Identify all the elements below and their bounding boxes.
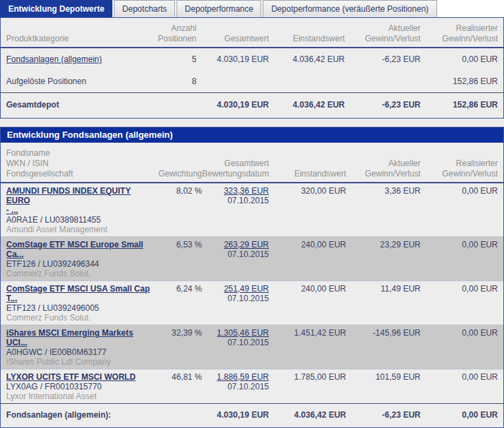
- header-line: Bewertungsdatum: [202, 169, 269, 179]
- fund-wkn-isin: A0HGWC / IE00B0M63177: [6, 347, 151, 357]
- fund-value: 1.886,59 EUR: [202, 372, 269, 382]
- value-cell: 1.305,46 EUR 07.10.2015: [202, 325, 269, 369]
- fund-name-line2: UCI...: [6, 338, 151, 347]
- summary-row-fondsanlagen: Fondsanlagen (allgemein) 5 4.030,19 EUR …: [1, 48, 503, 70]
- depot-summary-panel: Produktkategorie Anzahl Positionen Gesam…: [0, 17, 504, 119]
- summary-header-row: Produktkategorie Anzahl Positionen Gesam…: [1, 18, 503, 48]
- value-cell: 263,29 EUR 07.10.2015: [202, 237, 269, 281]
- cost-cell: 4.036,42 EUR: [269, 404, 346, 428]
- fund-name-link[interactable]: LYXOR UCITS ETF MSCI WORLD: [6, 372, 136, 382]
- fund-name-line2: - ...: [6, 205, 151, 215]
- header-line: Aktueller: [345, 23, 421, 34]
- funds-panel: Entwicklung Fondsanlagen (allgemein) Fon…: [0, 127, 504, 428]
- fund-value: 263,29 EUR: [202, 240, 269, 249]
- col-einstandswert: Einstandswert: [269, 18, 345, 48]
- tab-entwicklung-depotwerte[interactable]: Entwicklung Depotwerte: [0, 0, 112, 17]
- fund-name-link[interactable]: - ...: [6, 205, 18, 215]
- realized-cell: 0,00 EUR: [421, 369, 503, 404]
- value-cell: 1.886,59 EUR 07.10.2015: [202, 369, 269, 404]
- tab-depotperformance[interactable]: Depotperformance: [177, 0, 261, 17]
- fund-value-link[interactable]: 323,36 EUR: [224, 186, 269, 196]
- cost-cell: 240,00 EUR: [269, 237, 346, 281]
- tab-bar: Entwicklung Depotwerte Depotcharts Depot…: [0, 0, 504, 17]
- fund-row-comstage-usa: ComStage ETF MSCI USA Small Cap T... ETF…: [1, 281, 503, 325]
- fund-name-link[interactable]: AMUNDI FUNDS INDEX EQUITY EURO: [6, 186, 131, 205]
- funds-section-title: Entwicklung Fondsanlagen (allgemein): [1, 128, 503, 143]
- fund-wkn-isin: A0RA1E / LU0389811455: [6, 215, 151, 225]
- value-cell: 323,36 EUR 07.10.2015: [202, 183, 269, 237]
- col-aktueller-gewinn-verlust: Aktueller Gewinn/Verlust: [345, 18, 421, 48]
- funds-footer-label: Fondsanlagen (allgemein):: [1, 404, 151, 428]
- gain-cell: 101,59 EUR: [346, 369, 421, 404]
- fund-row-ishares-em: iShares MSCI Emerging Markets UCI... A0H…: [1, 325, 503, 369]
- weight-cell: 8,02 %: [151, 183, 202, 237]
- tab-depotperformance-veraeusserte[interactable]: Depotperformance (veräußerte Positionen): [263, 0, 436, 17]
- gain-cell: -6,23 EUR: [346, 404, 421, 428]
- funds-footer-row: Fondsanlagen (allgemein): 4.030,19 EUR 4…: [1, 404, 503, 428]
- fund-name-link[interactable]: ComStage ETF MSCI USA Small Cap: [6, 284, 150, 294]
- weight-cell: [151, 404, 202, 428]
- realized-cell: 0,00 EUR: [421, 404, 503, 428]
- realized-cell: 152,86 EUR: [421, 93, 503, 119]
- gain-cell: -145,96 EUR: [346, 325, 421, 369]
- total-cell: 4.030,19 EUR: [196, 93, 269, 119]
- fund-name: iShares MSCI Emerging Markets: [6, 328, 151, 338]
- header-line: Positionen: [144, 34, 196, 44]
- fund-value-link[interactable]: 1.886,59 EUR: [217, 372, 269, 382]
- fund-name-link[interactable]: iShares MSCI Emerging Markets: [6, 328, 133, 338]
- fund-company: Amundi Asset Management: [6, 225, 151, 234]
- fund-name-link[interactable]: Ca...: [6, 249, 23, 259]
- summary-total-row: Gesamtdepot 4.030,19 EUR 4.036,42 EUR -6…: [1, 93, 503, 119]
- fund-company: iShares Public Ldt Company: [6, 357, 151, 367]
- fund-name-line2: T...: [6, 294, 151, 303]
- header-line: Fondsname: [6, 148, 151, 159]
- fund-name-cell: ComStage ETF MSCI USA Small Cap T... ETF…: [1, 281, 151, 325]
- fondsanlagen-link[interactable]: Fondsanlagen (allgemein): [6, 54, 102, 64]
- depot-summary-table: Produktkategorie Anzahl Positionen Gesam…: [1, 18, 503, 118]
- weight-cell: 46,81 %: [151, 369, 202, 404]
- gain-cell: 23,29 EUR: [346, 237, 421, 281]
- cost-cell: 4.036,42 EUR: [269, 48, 345, 70]
- value-cell: 251,49 EUR 07.10.2015: [202, 281, 269, 325]
- header-line: Gewinn/Verlust: [421, 34, 498, 44]
- col-gesamtwert: Gesamtwert: [196, 18, 269, 48]
- funds-header-row: Fondsname WKN / ISIN Fondsgesellschaft G…: [1, 143, 503, 183]
- col-produktkategorie: Produktkategorie: [1, 18, 144, 48]
- gain-cell: -6,23 EUR: [345, 93, 421, 119]
- fund-value-link[interactable]: 251,49 EUR: [224, 284, 269, 294]
- cost-cell: 1.451,42 EUR: [269, 325, 346, 369]
- fund-name-link[interactable]: T...: [6, 294, 17, 303]
- header-line: Gesamtwert: [202, 159, 269, 169]
- category-cell: Fondsanlagen (allgemein): [1, 48, 144, 70]
- header-line: Gewinn/Verlust: [346, 169, 421, 179]
- header-line: Aktueller: [346, 159, 421, 169]
- fund-name: ComStage ETF MSCI Europe Small: [6, 240, 151, 249]
- realized-cell: 0,00 EUR: [421, 325, 503, 369]
- fund-name-line2: Ca...: [6, 249, 151, 259]
- fund-name-link[interactable]: UCI...: [6, 338, 28, 347]
- fund-name-link[interactable]: ComStage ETF MSCI Europe Small: [6, 240, 143, 249]
- realized-cell: 0,00 EUR: [421, 237, 503, 281]
- tab-depotcharts[interactable]: Depotcharts: [114, 0, 175, 17]
- cost-cell: 1.785,00 EUR: [269, 369, 346, 404]
- header-line: Fondsgesellschaft: [6, 169, 151, 179]
- funds-table: Fondsname WKN / ISIN Fondsgesellschaft G…: [1, 143, 503, 427]
- fund-row-comstage-europe: ComStage ETF MSCI Europe Small Ca... ETF…: [1, 237, 503, 281]
- valuation-date: 07.10.2015: [202, 249, 269, 259]
- fund-value-link[interactable]: 263,29 EUR: [224, 240, 269, 249]
- gain-cell: 3,36 EUR: [346, 183, 421, 237]
- col-fondsname: Fondsname WKN / ISIN Fondsgesellschaft: [1, 143, 151, 183]
- col-gesamtwert-bewertungsdatum: Gesamtwert Bewertungsdatum: [202, 143, 269, 183]
- summary-row-aufgeloeste: Aufgelöste Positionen 8 152,86 EUR: [1, 70, 503, 93]
- gesamtdepot-label: Gesamtdepot: [1, 93, 144, 119]
- fund-value: 251,49 EUR: [202, 284, 269, 294]
- fund-company: Lyxor International Asset: [6, 391, 151, 401]
- fund-value-link[interactable]: 1.305,46 EUR: [217, 328, 269, 338]
- cost-cell: [269, 70, 345, 93]
- col-anzahl-positionen: Anzahl Positionen: [144, 18, 196, 48]
- positions-cell: [144, 93, 196, 119]
- weight-cell: 6,53 %: [151, 237, 202, 281]
- weight-cell: 6,24 %: [151, 281, 202, 325]
- gain-cell: 11,49 EUR: [346, 281, 421, 325]
- positions-cell: 5: [144, 48, 196, 70]
